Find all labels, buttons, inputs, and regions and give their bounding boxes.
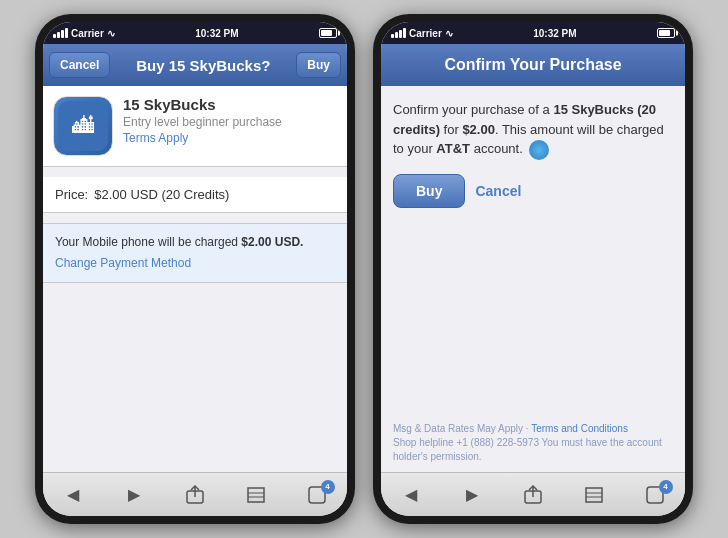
svg-text:🏙: 🏙	[72, 113, 95, 138]
status-left-right: Carrier ∿	[391, 28, 453, 39]
product-info: 15 SkyBucks Entry level beginner purchas…	[123, 96, 337, 145]
change-payment-link[interactable]: Change Payment Method	[55, 255, 335, 272]
back-button-right[interactable]: ◀	[391, 480, 431, 510]
product-section: 🏙 15 SkyBucks Entry level beginner purch…	[43, 86, 347, 167]
forward-icon-right: ▶	[466, 485, 478, 504]
charge-text: Your Mobile phone will be charged $2.00 …	[55, 234, 335, 251]
status-left: Carrier ∿	[53, 28, 115, 39]
price-section: Price: $2.00 USD (20 Credits)	[43, 177, 347, 213]
product-name: 15 SkyBucks	[123, 96, 337, 113]
confirm-title: Confirm Your Purchase	[444, 56, 621, 74]
confirm-text: Confirm your purchase of a 15 SkyBucks (…	[393, 100, 673, 160]
time-label: 10:32 PM	[195, 28, 238, 39]
content-left: 🏙 15 SkyBucks Entry level beginner purch…	[43, 86, 347, 472]
share-button-left[interactable]	[175, 480, 215, 510]
left-phone: Carrier ∿ 10:32 PM Cancel Buy 15 SkyBuck…	[35, 14, 355, 524]
status-right-right	[657, 28, 675, 38]
charge-section: Your Mobile phone will be charged $2.00 …	[43, 223, 347, 283]
status-right	[319, 28, 337, 38]
wifi-icon: ∿	[107, 28, 115, 39]
forward-icon-left: ▶	[128, 485, 140, 504]
share-button-right[interactable]	[513, 480, 553, 510]
battery-icon-right	[657, 28, 675, 38]
bookmarks-button-left[interactable]	[236, 480, 276, 510]
back-icon-right: ◀	[405, 485, 417, 504]
price-value: $2.00 USD (20 Credits)	[94, 187, 229, 202]
bookmarks-button-right[interactable]	[574, 480, 614, 510]
product-icon: 🏙	[53, 96, 113, 156]
confirm-buttons: Buy Cancel	[393, 174, 673, 208]
charge-text-before: Your Mobile phone will be charged	[55, 235, 241, 249]
charge-amount: $2.00 USD.	[241, 235, 303, 249]
right-phone: Carrier ∿ 10:32 PM Confirm Your Purchase…	[373, 14, 693, 524]
tabs-count-left: 4	[321, 480, 335, 494]
terms-conditions-link[interactable]: Terms and Conditions	[531, 423, 628, 434]
tabs-button-right[interactable]: 4	[635, 480, 675, 510]
status-bar-left: Carrier ∿ 10:32 PM	[43, 22, 347, 44]
buy-button-nav[interactable]: Buy	[296, 52, 341, 78]
forward-button-right[interactable]: ▶	[452, 480, 492, 510]
att-globe-icon	[529, 140, 549, 160]
confirm-text-part2: for	[440, 122, 462, 137]
footer-separator: ·	[523, 423, 531, 434]
battery-icon	[319, 28, 337, 38]
left-phone-screen: Carrier ∿ 10:32 PM Cancel Buy 15 SkyBuck…	[43, 22, 347, 516]
confirm-nav-bar: Confirm Your Purchase	[381, 44, 685, 86]
product-description: Entry level beginner purchase	[123, 115, 337, 129]
tabs-count-right: 4	[659, 480, 673, 494]
confirm-bold3: AT&T	[436, 141, 470, 156]
carrier-label-right: Carrier	[409, 28, 442, 39]
forward-button-left[interactable]: ▶	[114, 480, 154, 510]
tab-bar-left: ◀ ▶	[43, 472, 347, 516]
status-bar-right: Carrier ∿ 10:32 PM	[381, 22, 685, 44]
time-label-right: 10:32 PM	[533, 28, 576, 39]
confirm-cancel-button[interactable]: Cancel	[475, 183, 521, 199]
shop-helpline-text: Shop helpline +1 (888) 228-5973	[393, 437, 539, 448]
terms-apply-link[interactable]: Terms Apply	[123, 131, 337, 145]
right-phone-screen: Carrier ∿ 10:32 PM Confirm Your Purchase…	[381, 22, 685, 516]
wifi-icon-right: ∿	[445, 28, 453, 39]
tab-bar-right: ◀ ▶	[381, 472, 685, 516]
confirm-buy-button[interactable]: Buy	[393, 174, 465, 208]
confirm-text-part1: Confirm your purchase of a	[393, 102, 553, 117]
carrier-label: Carrier	[71, 28, 104, 39]
confirm-bold2: $2.00	[462, 122, 495, 137]
tabs-button-left[interactable]: 4	[297, 480, 337, 510]
confirm-text-part4: account.	[470, 141, 523, 156]
signal-icon-right	[391, 28, 406, 38]
back-icon-left: ◀	[67, 485, 79, 504]
price-label: Price:	[55, 187, 88, 202]
back-button-left[interactable]: ◀	[53, 480, 93, 510]
confirm-footer: Msg & Data Rates May Apply · Terms and C…	[381, 414, 685, 472]
nav-title-left: Buy 15 SkyBucks?	[110, 57, 296, 74]
msg-rates-text: Msg & Data Rates May Apply	[393, 423, 523, 434]
signal-icon	[53, 28, 68, 38]
cancel-button[interactable]: Cancel	[49, 52, 110, 78]
nav-bar-left: Cancel Buy 15 SkyBucks? Buy	[43, 44, 347, 86]
